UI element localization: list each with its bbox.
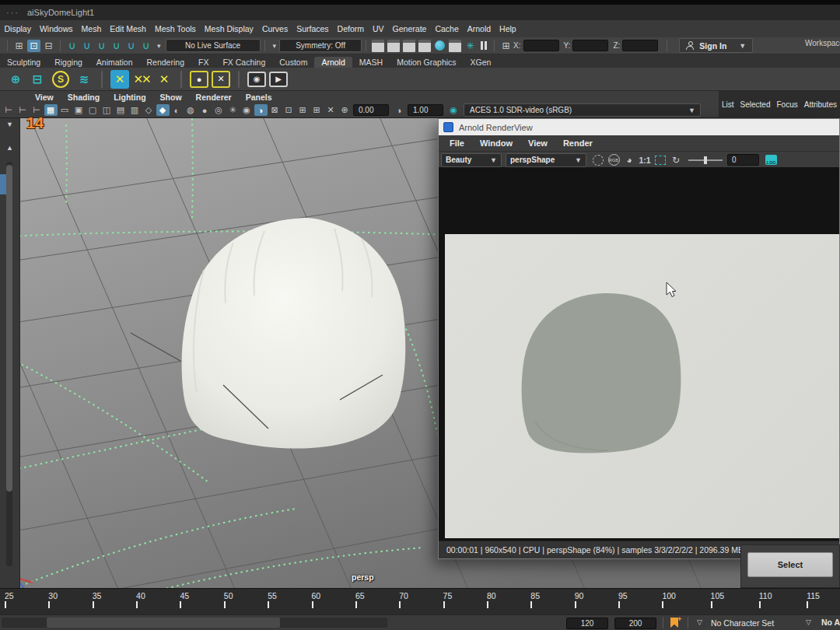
time-tick[interactable]: 80 xyxy=(487,591,496,608)
menu-item[interactable]: Surfaces xyxy=(292,24,333,33)
time-tick[interactable]: 85 xyxy=(530,591,540,608)
shelf-tab[interactable]: FX Caching xyxy=(215,57,272,68)
attribute-editor-tab[interactable]: Attributes xyxy=(804,100,837,109)
textured-mode-icon[interactable]: ◐ xyxy=(170,104,184,116)
mash-distribute-icon[interactable]: ✕✕ xyxy=(132,70,151,89)
copy-layer-icon[interactable]: ⊞ xyxy=(296,104,310,116)
render-sequence-icon[interactable] xyxy=(418,40,431,52)
gamma-value[interactable]: 1.00 xyxy=(408,104,443,116)
grease-pencil-icon[interactable]: ✕ xyxy=(324,104,338,116)
render-settings-icon[interactable] xyxy=(449,40,461,52)
select-by-object-icon[interactable]: ⊡ xyxy=(27,40,40,52)
time-tick[interactable]: 50 xyxy=(224,591,233,608)
time-tick[interactable]: 35 xyxy=(93,591,102,608)
time-tick[interactable]: 75 xyxy=(443,591,453,608)
character-set-arrow-icon[interactable]: ▽ xyxy=(806,618,811,626)
dynamics-ball-icon[interactable]: ● xyxy=(190,71,208,88)
selection-highlight-icon[interactable]: ⊠ xyxy=(268,104,282,116)
shelf-tab[interactable]: Custom xyxy=(272,57,314,68)
rgb-channels-icon[interactable]: RGB xyxy=(607,154,621,166)
time-tick[interactable]: 25 xyxy=(5,591,14,608)
scroll-down-arrow-icon[interactable]: ▼ xyxy=(0,118,19,131)
debug-shading-slider[interactable] xyxy=(688,159,723,161)
active-tool-icon[interactable] xyxy=(0,174,6,194)
render-current-frame-icon[interactable] xyxy=(387,40,400,52)
menu-item[interactable]: Windows xyxy=(35,24,77,33)
renderview-viewport[interactable] xyxy=(439,167,839,541)
snap-options-arrow-icon[interactable]: ▾ xyxy=(157,42,161,50)
renderview-menu-item[interactable]: File xyxy=(442,138,472,148)
live-surface-field[interactable]: No Live Surface xyxy=(166,39,261,52)
safe-title-icon[interactable]: ▥ xyxy=(128,104,142,116)
animation-end-field[interactable]: 200 xyxy=(614,618,656,629)
snap-to-view-plane-icon[interactable]: ∪ xyxy=(124,40,138,52)
symmetry-arrow-icon[interactable]: ▾ xyxy=(273,42,277,50)
scroll-up-arrow-icon[interactable]: ▲ xyxy=(0,142,19,154)
time-tick[interactable]: 65 xyxy=(355,591,365,608)
resolution-gate-icon[interactable]: ▣ xyxy=(72,104,86,116)
exposure-value[interactable]: 0.00 xyxy=(353,104,389,116)
shelf-tab[interactable]: FX xyxy=(191,57,215,68)
panel-menu-item[interactable]: Shading xyxy=(61,93,107,102)
character-set-dropdown[interactable]: No Character Set xyxy=(711,617,803,628)
display-mode-icon[interactable]: ◕ xyxy=(622,154,636,166)
open-render-view-icon[interactable] xyxy=(372,40,384,52)
renderview-titlebar[interactable]: Arnold RenderView xyxy=(439,119,839,135)
menu-item[interactable]: Deform xyxy=(333,24,368,33)
time-tick[interactable]: 40 xyxy=(136,591,145,608)
time-tick[interactable]: 30 xyxy=(48,591,58,608)
playback-end-field[interactable]: 120 xyxy=(566,618,608,629)
symmetry-field[interactable]: Symmetry: Off xyxy=(279,39,362,52)
panel-menu-item[interactable]: Renderer xyxy=(189,93,239,102)
pin-panel-icon[interactable]: ⊢ xyxy=(2,104,16,116)
y-coordinate-input[interactable] xyxy=(572,40,608,51)
shelf-tab[interactable]: Rendering xyxy=(140,57,191,68)
panel-menu-item[interactable]: Show xyxy=(153,93,189,102)
field-chart-icon[interactable]: ◫ xyxy=(100,104,114,116)
shaded-mode-icon[interactable]: ◆ xyxy=(156,104,170,116)
isolate-select-icon[interactable]: ⊡ xyxy=(282,104,296,116)
window-titlebar[interactable]: ··· aiSkyDomeLight1 xyxy=(0,5,840,21)
zoom-1to1-button[interactable]: 1:1 xyxy=(638,154,652,166)
wireframe-icon[interactable]: ◇ xyxy=(142,104,156,116)
snap-to-point-icon[interactable]: ∪ xyxy=(95,40,108,52)
attribute-editor-tab[interactable]: List xyxy=(722,100,734,109)
attribute-editor-tab[interactable]: Selected xyxy=(740,100,771,109)
renderview-menu-item[interactable]: Render xyxy=(555,138,600,148)
time-tick[interactable]: 100 xyxy=(662,591,676,608)
menu-item[interactable]: Help xyxy=(495,24,521,33)
make-live-icon[interactable]: ∪ xyxy=(139,40,152,52)
mash-network-icon[interactable]: ✕ xyxy=(110,70,129,89)
shelf-separator[interactable] xyxy=(238,71,240,88)
paint-effects-icon[interactable]: ✳ xyxy=(464,40,477,52)
sign-in-button[interactable]: Sign In ▼ xyxy=(679,38,753,53)
snap-to-projected-center-icon[interactable]: ∪ xyxy=(110,40,123,52)
xray-mode-icon[interactable]: ◑ xyxy=(254,104,268,116)
menu-item[interactable]: Mesh Display xyxy=(200,24,257,33)
pause-ipr-icon[interactable] xyxy=(481,41,487,50)
time-tick[interactable]: 60 xyxy=(312,591,321,608)
menu-item[interactable]: UV xyxy=(369,24,389,33)
duplicate-object-icon[interactable]: ⊟ xyxy=(28,70,47,89)
time-tick[interactable]: 70 xyxy=(399,591,408,608)
panel-menu-item[interactable]: Panels xyxy=(239,93,279,102)
menu-item[interactable]: Arnold xyxy=(463,24,495,33)
renderview-menu-item[interactable]: View xyxy=(520,138,555,148)
film-gate-icon[interactable]: ▭ xyxy=(58,104,72,116)
menu-item[interactable]: Mesh xyxy=(77,24,106,33)
paste-layer-icon[interactable]: ⊞ xyxy=(310,104,324,116)
time-tick[interactable]: 95 xyxy=(618,591,628,608)
time-tick[interactable]: 110 xyxy=(759,591,772,608)
playblast-play-icon[interactable]: ▶ xyxy=(269,72,288,87)
time-tick[interactable]: 105 xyxy=(711,591,725,608)
time-slider[interactable]: 25 30 35 40 45 xyxy=(0,588,840,615)
menu-item[interactable]: Mesh Tools xyxy=(150,24,200,33)
time-tick[interactable]: 45 xyxy=(180,591,189,608)
ipr-render-icon[interactable] xyxy=(403,40,415,52)
window-menu-dots-icon[interactable]: ··· xyxy=(6,8,19,17)
shelf-tab[interactable]: Rigging xyxy=(47,57,89,68)
view-transform-dropdown[interactable]: ACES 1.0 SDR-video (sRGB) ▼ xyxy=(464,103,701,117)
select-by-component-icon[interactable]: ⊟ xyxy=(42,40,55,52)
shadows-icon[interactable]: ● xyxy=(198,104,212,116)
attribute-editor-tab[interactable]: Focus xyxy=(776,100,797,109)
